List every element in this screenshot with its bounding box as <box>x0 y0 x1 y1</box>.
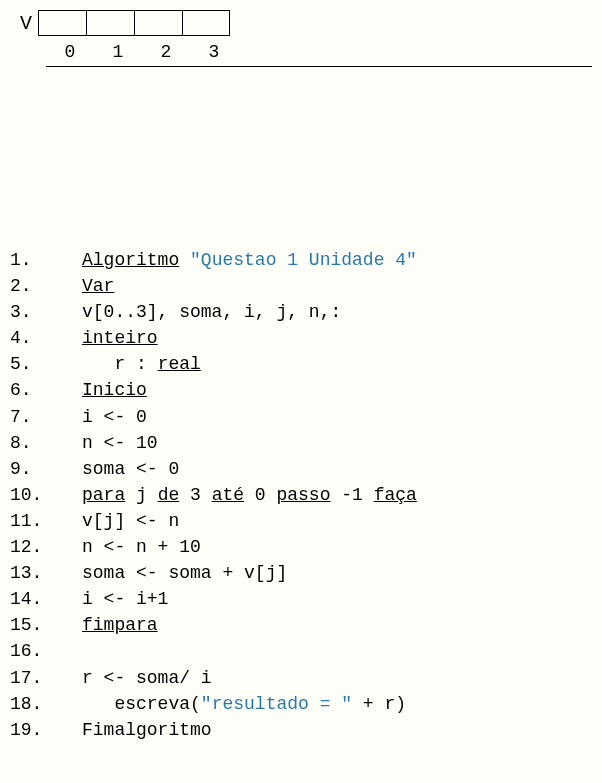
keyword-ate: até <box>212 485 244 505</box>
array-cell <box>38 10 86 36</box>
code-line: 13. soma <- soma + v[j] <box>10 560 592 586</box>
code-content: para j de 3 até 0 passo -1 faça <box>82 482 592 508</box>
keyword-var: Var <box>82 276 114 296</box>
string-literal: "Questao 1 Unidade 4" <box>190 250 417 270</box>
keyword-real: real <box>158 354 201 374</box>
string-literal: "resultado = " <box>201 694 352 714</box>
line-number: 4. <box>10 325 82 351</box>
code-content: Fimalgoritmo <box>82 717 592 743</box>
code-line: 7. i <- 0 <box>10 404 592 430</box>
code-line: 6. Inicio <box>10 377 592 403</box>
code-line: 8. n <- 10 <box>10 430 592 456</box>
code-line: 14. i <- i+1 <box>10 586 592 612</box>
line-number: 9. <box>10 456 82 482</box>
code-content: v[j] <- n <box>82 508 592 534</box>
array-cells <box>38 10 230 36</box>
array-index: 3 <box>190 38 238 66</box>
keyword-passo: passo <box>276 485 330 505</box>
code-content: i <- 0 <box>82 404 592 430</box>
code-line: 4. inteiro <box>10 325 592 351</box>
code-text: 0 <box>244 485 276 505</box>
line-number: 18. <box>10 691 82 717</box>
array-row: V <box>20 10 592 38</box>
line-number: 10. <box>10 482 82 508</box>
code-line: 17. r <- soma/ i <box>10 665 592 691</box>
code-content: Inicio <box>82 377 592 403</box>
code-content: n <- n + 10 <box>82 534 592 560</box>
line-number: 19. <box>10 717 82 743</box>
code-content: soma <- soma + v[j] <box>82 560 592 586</box>
code-line: 2. Var <box>10 273 592 299</box>
code-content: r : real <box>82 351 592 377</box>
array-index: 1 <box>94 38 142 66</box>
code-text: escreva( <box>82 694 201 714</box>
code-line: 1. Algoritmo "Questao 1 Unidade 4" <box>10 247 592 273</box>
code-text: 3 <box>179 485 211 505</box>
line-number: 15. <box>10 612 82 638</box>
line-number: 11. <box>10 508 82 534</box>
array-label: V <box>20 10 32 38</box>
code-line: 10. para j de 3 até 0 passo -1 faça <box>10 482 592 508</box>
code-content: Var <box>82 273 592 299</box>
code-text: -1 <box>330 485 373 505</box>
code-content: soma <- 0 <box>82 456 592 482</box>
code-line: 12. n <- n + 10 <box>10 534 592 560</box>
code-content: i <- i+1 <box>82 586 592 612</box>
code-content: fimpara <box>82 612 592 638</box>
line-number: 13. <box>10 560 82 586</box>
code-line: 5. r : real <box>10 351 592 377</box>
code-line: 9. soma <- 0 <box>10 456 592 482</box>
code-content: v[0..3], soma, i, j, n,: <box>82 299 592 325</box>
line-number: 17. <box>10 665 82 691</box>
line-number: 3. <box>10 299 82 325</box>
code-content: r <- soma/ i <box>82 665 592 691</box>
code-content: escreva("resultado = " + r) <box>82 691 592 717</box>
line-number: 2. <box>10 273 82 299</box>
keyword-fimpara: fimpara <box>82 615 158 635</box>
code-line: 19. Fimalgoritmo <box>10 717 592 743</box>
array-index: 0 <box>46 38 94 66</box>
line-number: 12. <box>10 534 82 560</box>
line-number: 7. <box>10 404 82 430</box>
pseudocode-block: 1. Algoritmo "Questao 1 Unidade 4" 2. Va… <box>10 247 592 743</box>
code-content: inteiro <box>82 325 592 351</box>
keyword-faca: faça <box>374 485 417 505</box>
code-content: n <- 10 <box>82 430 592 456</box>
line-number: 14. <box>10 586 82 612</box>
keyword-para: para <box>82 485 125 505</box>
array-cell <box>134 10 182 36</box>
line-number: 16. <box>10 638 82 664</box>
keyword-de: de <box>158 485 180 505</box>
code-text: j <box>125 485 157 505</box>
array-index-row: 0 1 2 3 <box>46 38 592 67</box>
code-text: + r) <box>352 694 406 714</box>
code-line: 18. escreva("resultado = " + r) <box>10 691 592 717</box>
line-number: 5. <box>10 351 82 377</box>
array-index: 2 <box>142 38 190 66</box>
code-line: 16. <box>10 638 592 664</box>
code-line: 11. v[j] <- n <box>10 508 592 534</box>
array-cell <box>182 10 230 36</box>
line-number: 8. <box>10 430 82 456</box>
array-diagram: V 0 1 2 3 <box>20 10 592 67</box>
code-text: r : <box>82 354 158 374</box>
keyword-inicio: Inicio <box>82 380 147 400</box>
keyword-algoritmo: Algoritmo <box>82 250 179 270</box>
keyword-inteiro: inteiro <box>82 328 158 348</box>
array-cell <box>86 10 134 36</box>
code-line: 15. fimpara <box>10 612 592 638</box>
code-line: 3. v[0..3], soma, i, j, n,: <box>10 299 592 325</box>
code-content <box>82 638 592 664</box>
code-content: Algoritmo "Questao 1 Unidade 4" <box>82 247 592 273</box>
line-number: 1. <box>10 247 82 273</box>
line-number: 6. <box>10 377 82 403</box>
